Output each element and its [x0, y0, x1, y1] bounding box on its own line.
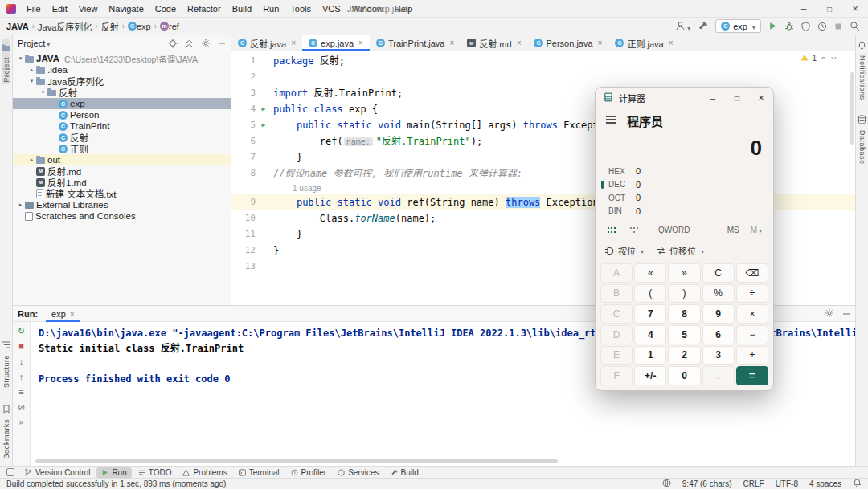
idea-logo-icon[interactable] [6, 4, 16, 14]
tab-反射.java[interactable]: C反射.java× [231, 35, 302, 51]
breadcrumb-item[interactable]: 反射 [101, 20, 119, 33]
menu-help[interactable]: Help [389, 0, 419, 18]
delete-icon[interactable]: × [18, 418, 23, 427]
scroll-up-icon[interactable]: ↑ [19, 372, 24, 381]
hide-panel-icon[interactable] [218, 39, 226, 47]
key-C[interactable]: C [702, 263, 735, 283]
menu-code[interactable]: Code [149, 0, 182, 18]
key-0[interactable]: 0 [668, 366, 700, 385]
tree-item[interactable]: CPerson [13, 109, 231, 120]
key-A[interactable]: A [600, 263, 633, 283]
key-6[interactable]: 6 [702, 325, 735, 344]
key-3[interactable]: 3 [702, 346, 735, 365]
debug-bug-icon[interactable] [784, 22, 794, 31]
tree-item[interactable]: CTrainPrint [13, 120, 231, 132]
close-icon[interactable]: × [449, 39, 454, 47]
toolwindow-services[interactable]: Services [333, 467, 383, 478]
close-icon[interactable]: × [598, 39, 603, 47]
tree-item[interactable]: ▾反射 [13, 87, 231, 98]
tree-item[interactable]: ▸External Libraries [13, 199, 231, 210]
close-icon[interactable]: × [669, 39, 674, 47]
settings-gear-icon[interactable] [825, 307, 834, 321]
key-−[interactable]: − [736, 325, 768, 344]
key-=[interactable]: = [736, 366, 768, 385]
status-message[interactable]: Build completed successfully in 1 sec, 8… [6, 479, 226, 488]
key-5[interactable]: 5 [668, 325, 700, 344]
memory-dropdown[interactable]: M [751, 226, 762, 234]
tree-item[interactable]: Scratches and Consoles [13, 210, 231, 222]
indent-style[interactable]: 4 spaces [809, 479, 841, 488]
project-name[interactable]: JAVA [6, 22, 29, 31]
remote-icon[interactable] [662, 479, 671, 489]
hide-panel-icon[interactable] [842, 307, 850, 321]
code-line[interactable]: 2 [231, 69, 855, 85]
stripe-project[interactable]: Project [2, 39, 10, 84]
project-panel-title[interactable]: Project [18, 39, 45, 48]
tab-Person.java[interactable]: CPerson.java× [527, 35, 608, 51]
key-8[interactable]: 8 [668, 304, 700, 324]
key-×[interactable]: × [736, 304, 768, 324]
caret-position[interactable]: 9:47 (6 chars) [682, 479, 732, 488]
stop-icon[interactable] [834, 22, 842, 31]
console-scrollbar[interactable] [35, 459, 558, 463]
menu-file[interactable]: File [21, 0, 47, 18]
minimize-button[interactable] [701, 88, 725, 108]
toolwindow-profiler[interactable]: Profiler [286, 467, 332, 478]
close-icon[interactable]: × [358, 39, 363, 47]
search-icon[interactable] [850, 21, 860, 31]
radix-dec[interactable]: DEC0 [596, 178, 773, 191]
menu-edit[interactable]: Edit [47, 0, 73, 18]
menu-tools[interactable]: Tools [285, 0, 317, 18]
usages-hint[interactable]: 1 usage [273, 184, 321, 193]
toolwindow-version-control[interactable]: Version Control [19, 467, 95, 478]
toolwindow-todo[interactable]: TODO [133, 467, 177, 478]
menu-navigate[interactable]: Navigate [103, 0, 149, 18]
tree-item[interactable]: 新建 文本文档.txt [13, 188, 231, 199]
stripe-structure[interactable]: Structure [2, 338, 10, 388]
bitshift-dropdown[interactable]: 位移位 [657, 244, 704, 257]
key-1[interactable]: 1 [634, 346, 666, 365]
key-»[interactable]: » [668, 263, 700, 283]
menu-build[interactable]: Build [227, 0, 257, 18]
maximize-button[interactable] [725, 88, 749, 108]
toolwindow-run[interactable]: Run [96, 467, 131, 478]
stripe-database[interactable]: Database [858, 113, 866, 165]
locate-file-icon[interactable] [168, 39, 178, 48]
toolwindow-terminal[interactable]: Terminal [234, 467, 285, 478]
key-)[interactable]: ) [668, 284, 700, 304]
memory-store-button[interactable]: MS [727, 226, 739, 234]
toolwindow-problems[interactable]: Problems [178, 467, 231, 478]
key-C[interactable]: C [600, 304, 633, 324]
inspection-widget[interactable]: 1 [800, 54, 837, 63]
full-keypad-icon[interactable] [629, 226, 639, 234]
breadcrumb-item[interactable]: ref [169, 22, 179, 31]
rerun-icon[interactable]: ↻ [18, 326, 25, 336]
run-gutter-icon[interactable]: ▶ [259, 101, 268, 117]
build-hammer-icon[interactable] [698, 21, 708, 31]
tree-item[interactable]: ▾Java反序列化 [13, 75, 231, 87]
run-tab[interactable]: exp [46, 306, 80, 322]
radix-oct[interactable]: OCT0 [596, 191, 773, 204]
close-button[interactable] [749, 88, 773, 108]
breadcrumb-item[interactable]: Java反序列化 [38, 20, 92, 33]
run-config-selector[interactable]: C exp [715, 19, 761, 33]
close-button[interactable] [842, 0, 868, 18]
toolwindow-switcher-icon[interactable] [6, 468, 14, 476]
maximize-button[interactable] [817, 0, 842, 18]
key-2[interactable]: 2 [668, 346, 700, 365]
key-÷[interactable]: ÷ [736, 284, 768, 304]
settings-gear-icon[interactable] [201, 39, 211, 48]
toolwindow-build[interactable]: Build [386, 467, 424, 478]
menu-refactor[interactable]: Refactor [182, 0, 227, 18]
tree-item[interactable]: M反射1.md [13, 177, 231, 188]
close-icon[interactable] [70, 309, 75, 319]
tree-item[interactable]: Cexp [13, 98, 231, 109]
scroll-down-icon[interactable]: ↓ [19, 357, 24, 366]
bitwise-dropdown[interactable]: 按位 [605, 244, 644, 257]
collapse-all-icon[interactable] [185, 39, 194, 48]
menu-view[interactable]: View [73, 0, 104, 18]
hamburger-menu-icon[interactable] [605, 113, 616, 128]
word-size-button[interactable]: QWORD [658, 226, 690, 234]
key-.[interactable]: . [702, 366, 735, 385]
menu-run[interactable]: Run [257, 0, 285, 18]
